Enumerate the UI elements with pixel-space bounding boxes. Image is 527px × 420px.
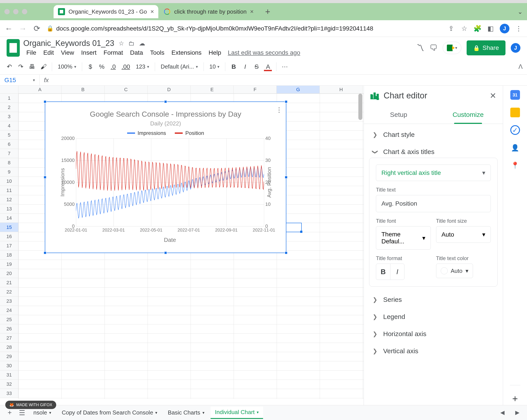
column-header[interactable]: G	[277, 86, 320, 93]
extensions-icon[interactable]: 🧩	[473, 25, 481, 33]
column-header[interactable]: A	[18, 86, 62, 93]
more-toolbar-button[interactable]: ⋯	[280, 62, 290, 72]
accordion-chart-axis-titles[interactable]: ❯Chart & axis titles	[364, 143, 503, 158]
column-header[interactable]: C	[105, 86, 148, 93]
strikethrough-button[interactable]: S	[252, 62, 261, 72]
row-header[interactable]: 11	[0, 186, 18, 195]
resize-handle[interactable]	[44, 176, 46, 179]
sidepanel-icon[interactable]: ◧	[487, 25, 494, 33]
row-header[interactable]: 8	[0, 158, 18, 167]
menu-help[interactable]: Help	[206, 48, 224, 57]
menu-extensions[interactable]: Extensions	[168, 48, 205, 57]
close-editor-button[interactable]: ✕	[490, 91, 496, 100]
meet-button[interactable]: ▾	[443, 42, 461, 54]
row-header[interactable]: 23	[0, 297, 18, 306]
font-select[interactable]: Default (Ari...▾	[159, 63, 200, 70]
accordion-legend[interactable]: ❯Legend	[364, 308, 503, 325]
italic-button[interactable]: I	[240, 62, 250, 72]
grid[interactable]: ⋮ Google Search Console - Impressions by…	[18, 94, 364, 399]
sheet-tab-individual-chart[interactable]: Individual Chart▾	[211, 407, 263, 419]
tab-close-icon[interactable]: ×	[250, 8, 254, 15]
accordion-vertical-axis[interactable]: ❯Vertical axis	[364, 343, 503, 360]
share-page-icon[interactable]: ⇪	[447, 25, 455, 33]
column-header[interactable]: E	[191, 86, 234, 93]
paint-format-button[interactable]: 🖌	[39, 62, 48, 72]
menu-data[interactable]: Data	[127, 48, 146, 57]
row-header[interactable]: 33	[0, 389, 18, 398]
row-header[interactable]: 31	[0, 370, 18, 380]
row-header[interactable]: 20	[0, 269, 18, 278]
cloud-status-icon[interactable]: ☁	[139, 40, 145, 47]
row-header[interactable]: 13	[0, 204, 18, 213]
sheets-logo-icon[interactable]	[7, 39, 20, 57]
decrease-decimal-button[interactable]: .0	[109, 62, 118, 72]
sheet-tab-copy-dates[interactable]: Copy of Dates from Search Console▾	[57, 407, 162, 419]
redo-button[interactable]: ↷	[16, 62, 25, 72]
vertical-scrollbar-thumb[interactable]	[358, 94, 362, 120]
get-addons-button[interactable]: +	[512, 393, 518, 404]
row-header[interactable]: 17	[0, 241, 18, 250]
collapse-toolbar-button[interactable]: ᐱ	[518, 63, 523, 70]
scroll-tabs-right[interactable]: ►	[512, 408, 523, 418]
tab-setup[interactable]: Setup	[364, 106, 433, 124]
reload-button[interactable]: ⟳	[33, 24, 41, 33]
column-header[interactable]: B	[62, 86, 105, 93]
tab-list-button[interactable]: ⌄	[517, 8, 523, 15]
accordion-chart-style[interactable]: ❯Chart style	[364, 126, 503, 143]
row-header[interactable]: 1	[0, 94, 18, 103]
bold-toggle[interactable]: B	[376, 264, 390, 280]
row-header[interactable]: 3	[0, 112, 18, 121]
select-all-corner[interactable]	[0, 86, 18, 93]
contacts-icon[interactable]: 👤	[510, 143, 520, 153]
forward-button[interactable]: →	[18, 24, 27, 33]
maximize-window-dot[interactable]	[22, 9, 27, 14]
minimize-window-dot[interactable]	[13, 9, 18, 14]
move-folder-icon[interactable]: 🗀	[129, 40, 135, 47]
title-font-dropdown[interactable]: Theme Defaul...▾	[376, 226, 431, 250]
row-header[interactable]: 7	[0, 149, 18, 158]
spreadsheet-area[interactable]: ABCDEFGH 1234567891011121314151617181920…	[0, 86, 364, 409]
font-size-select[interactable]: 10▾	[207, 63, 222, 70]
italic-toggle[interactable]: I	[390, 264, 404, 280]
row-header[interactable]: 25	[0, 315, 18, 324]
chart-menu-icon[interactable]: ⋮	[276, 106, 282, 114]
row-header[interactable]: 15	[0, 223, 18, 232]
star-icon[interactable]: ☆	[119, 40, 124, 47]
print-button[interactable]: 🖶	[27, 62, 37, 72]
profile-avatar[interactable]: J	[500, 24, 509, 33]
menu-view[interactable]: View	[58, 48, 77, 57]
row-header[interactable]: 14	[0, 213, 18, 223]
percent-format-button[interactable]: %	[97, 62, 107, 72]
title-text-input[interactable]	[376, 195, 491, 212]
accordion-horizontal-axis[interactable]: ❯Horizontal axis	[364, 325, 503, 343]
browser-tab-active[interactable]: Organic_Keywords 01_23 - Go ×	[54, 5, 158, 18]
title-color-picker[interactable]: Auto ▾	[436, 264, 473, 278]
keep-icon[interactable]	[510, 108, 520, 117]
row-header[interactable]: 32	[0, 380, 18, 389]
activity-icon[interactable]: 〽	[416, 44, 424, 52]
row-header[interactable]: 29	[0, 352, 18, 361]
menu-file[interactable]: File	[23, 48, 39, 57]
new-tab-button[interactable]: +	[263, 7, 272, 16]
tab-close-icon[interactable]: ×	[150, 8, 154, 15]
which-title-dropdown[interactable]: Right vertical axis title ▾	[376, 165, 491, 181]
menu-insert[interactable]: Insert	[78, 48, 100, 57]
row-header[interactable]: 5	[0, 131, 18, 140]
bookmark-star-icon[interactable]: ☆	[460, 25, 468, 33]
row-header[interactable]: 28	[0, 343, 18, 352]
menu-tools[interactable]: Tools	[147, 48, 167, 57]
sheet-tab-basic-charts[interactable]: Basic Charts▾	[163, 407, 209, 419]
share-button[interactable]: Share	[467, 40, 505, 55]
resize-handle[interactable]	[164, 251, 167, 254]
menu-format[interactable]: Format	[100, 48, 126, 57]
row-header[interactable]: 22	[0, 287, 18, 297]
row-header[interactable]: 9	[0, 167, 18, 177]
comments-icon[interactable]: 🗨	[429, 44, 437, 52]
browser-tab-2[interactable]: click through rate by position ×	[159, 5, 258, 18]
resize-handle[interactable]	[285, 100, 288, 103]
row-header[interactable]: 10	[0, 177, 18, 186]
resize-handle[interactable]	[164, 100, 167, 103]
chrome-menu-icon[interactable]: ⋮	[515, 25, 523, 33]
resize-handle[interactable]	[44, 100, 46, 103]
name-box[interactable]: G15▾	[0, 75, 40, 86]
